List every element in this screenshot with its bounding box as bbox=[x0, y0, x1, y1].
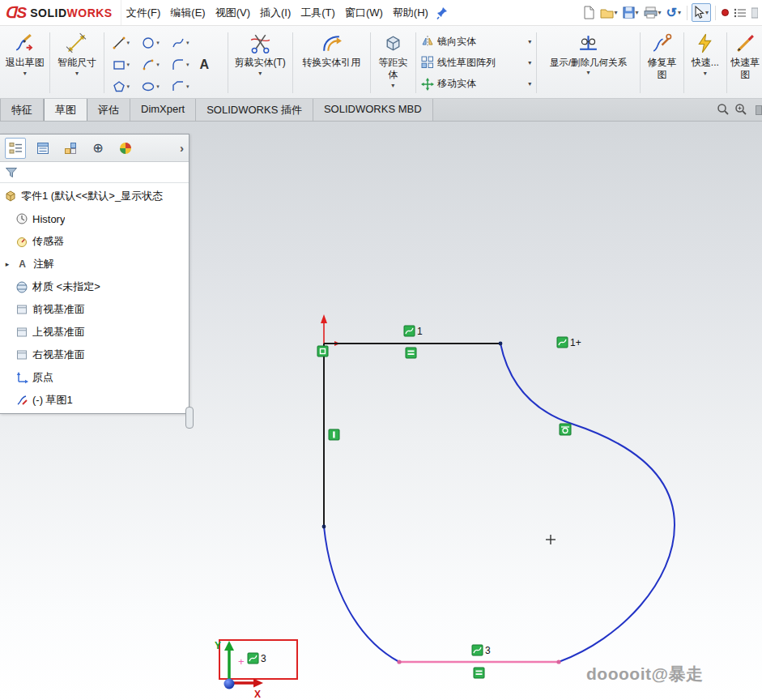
quick-snaps-button[interactable]: 快速... ▾ bbox=[692, 32, 719, 77]
spline-tool-button[interactable] bbox=[171, 36, 185, 50]
vertical-relation-icon[interactable] bbox=[329, 429, 339, 440]
chevron-down-icon[interactable]: ▾ bbox=[156, 62, 160, 68]
sketch-spline-right[interactable] bbox=[500, 344, 675, 662]
print-button[interactable]: ▾ bbox=[642, 5, 663, 20]
sketch-origin-marker[interactable] bbox=[321, 314, 340, 346]
convert-entities-label: 转换实体引用 bbox=[302, 57, 360, 69]
tree-item-history[interactable]: History bbox=[0, 207, 189, 230]
toolbar-separator bbox=[715, 6, 716, 20]
arc-tool-button[interactable] bbox=[141, 58, 155, 72]
mirror-entities-button[interactable]: 镜向实体 ▾ bbox=[419, 34, 533, 49]
dimxpert-manager-tab[interactable]: ⊕ bbox=[87, 138, 109, 159]
menu-window[interactable]: 窗口(W) bbox=[340, 2, 388, 24]
record-button[interactable] bbox=[720, 7, 730, 18]
rapid-sketch-button[interactable]: 快速草图 bbox=[729, 32, 761, 81]
tree-item-right-plane[interactable]: 右视基准面 bbox=[0, 344, 189, 366]
spline-callout-bottom[interactable]: 3 bbox=[472, 645, 491, 656]
fillet-tool-button[interactable] bbox=[171, 58, 185, 72]
coincident-relation-icon[interactable] bbox=[317, 346, 328, 356]
panel-expand-chevron[interactable]: › bbox=[180, 141, 184, 155]
tree-item-origin[interactable]: 原点 bbox=[0, 366, 189, 389]
relations-group: 显示/删除几何关系 ▾ bbox=[539, 28, 638, 98]
tree-item-material[interactable]: 材质 <未指定> bbox=[0, 275, 189, 298]
tab-solidworks-addins[interactable]: SOLIDWORKS 插件 bbox=[196, 99, 313, 121]
new-document-button[interactable] bbox=[581, 4, 597, 21]
chevron-down-icon[interactable]: ▾ bbox=[156, 40, 160, 46]
chevron-down-icon: ▾ bbox=[704, 70, 707, 77]
sketch-icon bbox=[15, 394, 28, 407]
offset-entities-button[interactable]: 等距实体 ▾ bbox=[377, 32, 409, 89]
tree-item-top-plane[interactable]: 上视基准面 bbox=[0, 321, 189, 344]
tab-evaluate[interactable]: 评估 bbox=[87, 99, 130, 121]
menu-edit[interactable]: 编辑(E) bbox=[165, 2, 210, 24]
chevron-down-icon[interactable]: ▾ bbox=[127, 40, 130, 46]
more-toolbar-button[interactable] bbox=[750, 5, 760, 21]
tree-item-sketch1[interactable]: (-) 草图1 bbox=[0, 389, 189, 412]
feature-manager-tab[interactable] bbox=[5, 138, 26, 159]
chevron-down-icon[interactable]: ▾ bbox=[156, 83, 160, 90]
tab-dimxpert[interactable]: DimXpert bbox=[130, 99, 196, 121]
move-entities-button[interactable]: 移动实体 ▾ bbox=[419, 77, 533, 92]
menu-view[interactable]: 视图(V) bbox=[211, 2, 255, 24]
line-tool-button[interactable] bbox=[112, 36, 126, 50]
open-document-button[interactable]: ▾ bbox=[598, 6, 619, 20]
selection-box-label: 3 bbox=[261, 653, 266, 664]
convert-entities-button[interactable]: 转换实体引用 bbox=[302, 32, 360, 69]
menu-help[interactable]: 帮助(H) bbox=[388, 2, 433, 24]
display-delete-relations-button[interactable]: 显示/删除几何关系 ▾ bbox=[550, 32, 627, 76]
property-manager-tab[interactable] bbox=[32, 138, 53, 159]
polygon-tool-button[interactable] bbox=[112, 79, 126, 94]
smart-dimension-button[interactable]: 智能尺寸 ▾ bbox=[57, 32, 96, 77]
horizontal-relation-icon-bottom[interactable] bbox=[474, 668, 484, 678]
repair-sketch-button[interactable]: 修复草图 bbox=[645, 32, 678, 81]
sketch-arc-bottom-left[interactable] bbox=[324, 527, 399, 662]
text-tool-button[interactable]: A bbox=[197, 58, 213, 72]
chevron-down-icon: ▾ bbox=[391, 82, 394, 89]
rectangle-tool-button[interactable] bbox=[112, 58, 126, 72]
save-button[interactable]: ▾ bbox=[621, 5, 641, 20]
graphics-area[interactable]: 1 1+ 3 + 3 bbox=[0, 122, 762, 700]
trim-entities-button[interactable]: 剪裁实体(T) ▾ bbox=[235, 32, 286, 77]
convert-entities-icon bbox=[320, 32, 343, 54]
options-list-button[interactable] bbox=[732, 6, 748, 20]
expander-icon[interactable]: ▸ bbox=[3, 260, 11, 268]
chevron-down-icon[interactable]: ▾ bbox=[186, 40, 189, 46]
spline-callout-top[interactable]: 1 bbox=[404, 326, 423, 337]
ellipse-icon bbox=[142, 80, 155, 93]
tree-item-front-plane[interactable]: 前视基准面 bbox=[0, 298, 189, 321]
origin-icon bbox=[15, 371, 28, 384]
magnifier-sparkle-icon[interactable] bbox=[734, 103, 747, 116]
callout-top-label: 1 bbox=[417, 326, 423, 337]
undo-button[interactable]: ↺ ▾ bbox=[665, 5, 683, 21]
tangent-relation-icon[interactable] bbox=[560, 424, 571, 435]
configuration-manager-tab[interactable] bbox=[60, 138, 81, 159]
tree-root-part[interactable]: 零件1 (默认<<默认>_显示状态 bbox=[0, 185, 189, 207]
tab-solidworks-mbd[interactable]: SOLIDWORKS MBD bbox=[313, 99, 433, 121]
tree-item-annotations[interactable]: ▸ A 注解 bbox=[0, 253, 189, 275]
magnifier-icon[interactable] bbox=[717, 103, 730, 116]
panel-resize-grip[interactable] bbox=[185, 407, 194, 429]
triad-x-label: X bbox=[254, 689, 261, 700]
tree-filter-row[interactable] bbox=[0, 162, 189, 183]
chamfer-tool-button[interactable] bbox=[171, 79, 185, 94]
display-manager-tab[interactable] bbox=[115, 138, 136, 159]
chevron-down-icon[interactable]: ▾ bbox=[186, 83, 189, 90]
chevron-down-icon[interactable]: ▾ bbox=[127, 83, 130, 90]
menu-insert[interactable]: 插入(I) bbox=[255, 2, 296, 24]
tree-item-sensors[interactable]: 传感器 bbox=[0, 230, 189, 253]
circle-tool-button[interactable] bbox=[141, 36, 155, 50]
horizontal-relation-icon-top[interactable] bbox=[406, 348, 416, 358]
tab-features[interactable]: 特征 bbox=[0, 99, 44, 121]
watermark-text: dooooit@暴走 bbox=[586, 663, 703, 685]
select-tool-button[interactable]: ▾ bbox=[692, 3, 711, 22]
chevron-down-icon[interactable]: ▾ bbox=[186, 62, 189, 68]
ellipse-tool-button[interactable] bbox=[141, 79, 155, 94]
menu-file[interactable]: 文件(F) bbox=[121, 2, 166, 24]
chevron-down-icon[interactable]: ▾ bbox=[127, 62, 130, 68]
menu-tools[interactable]: 工具(T) bbox=[296, 2, 340, 24]
pin-menubar-icon[interactable] bbox=[436, 6, 448, 19]
linear-sketch-pattern-button[interactable]: 线性草图阵列 ▾ bbox=[419, 55, 533, 70]
exit-sketch-button[interactable]: 退出草图 ▾ bbox=[6, 32, 45, 77]
spline-callout-right[interactable]: 1+ bbox=[557, 337, 581, 348]
tab-sketch[interactable]: 草图 bbox=[44, 99, 87, 121]
